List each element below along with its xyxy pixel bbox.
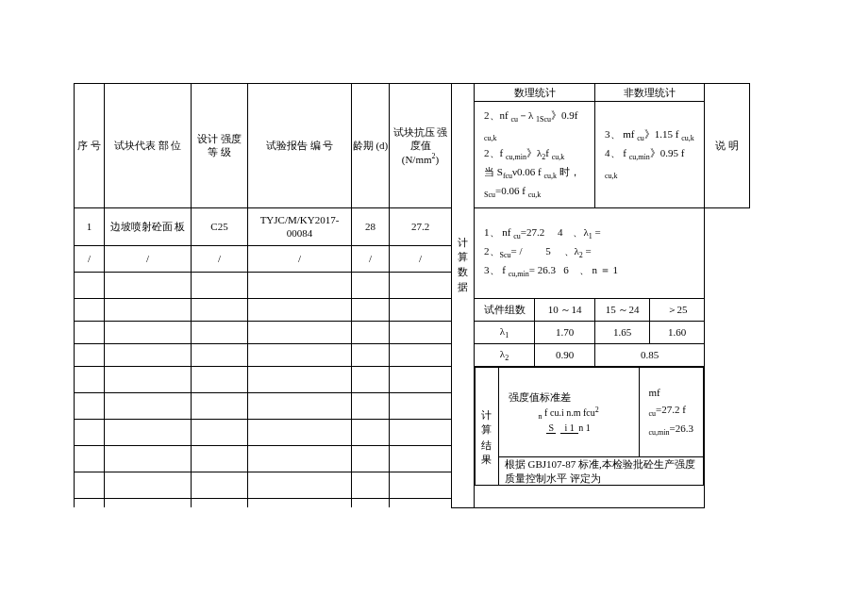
result-left: 强度值标准差 n f cu.i n.m fcu2 S i 1 n 1 [498,367,639,456]
cell-part-1: 边坡喷射砼面 板 [105,207,192,245]
result-right: mf cu=27.2 f cu,min=26.3 [639,367,703,456]
coef-r1c: 1.60 [650,321,705,343]
cell-part-2: / [105,245,192,272]
coef-r1b: 1.65 [595,321,650,343]
cell-report-1: TYJC/M/KY2017-00084 [248,207,352,245]
result-label: 计 算 结 果 [480,401,493,448]
cell-seq-1: 1 [75,207,105,245]
cell-seq-2: / [75,245,105,272]
cell-strength-1: 27.2 [390,207,452,245]
coef-h1: 试件组数 [475,298,535,321]
cell-design-2: / [192,245,248,272]
coef-r1l: λ1 [475,321,535,343]
coef-r2a: 0.90 [535,343,595,366]
cell-age-2: / [352,245,390,272]
footer-note: 根据 GBJ107-87 标准,本检验批砼生产强度质量控制水平 评定为 [498,457,703,486]
calc-data-label: 计 算 数 据 [453,228,472,281]
col-part: 试块代表 部 位 [105,84,192,208]
coef-r1a: 1.70 [535,321,595,343]
math-formula: 2、nf cu－λ 1Scu》0.9f cu,k 2、f cu,min》λ2f … [475,102,595,208]
col-note: 说 明 [705,84,750,208]
coef-h4: ＞25 [650,298,705,321]
col-age: 龄期 (d) [352,84,390,208]
col-design: 设计 强度 等 级 [192,84,248,208]
col-strength: 试块抗压 强 度值 (N/mm2) [390,84,452,208]
col-nonstat: 非数理统计 [595,84,705,102]
cell-strength-2: / [390,245,452,272]
cell-age-1: 28 [352,207,390,245]
calc-data-block: 1、 nf cu=27.2 4 、λ1 = 2、Scu= / 5 、λ2 = 3… [475,207,705,298]
coef-h2: 10 ～14 [535,298,595,321]
nonmath-formula: 3、 mf cu》1.15 f cu,k 4、 f cu,min》0.95 f … [595,102,705,208]
col-report: 试验报告 编 号 [248,84,352,208]
coef-r2b: 0.85 [595,343,705,366]
cell-report-2: / [248,245,352,272]
col-mathstat: 数理统计 [475,84,595,102]
cell-design-1: C25 [192,207,248,245]
col-seq: 序 号 [75,84,105,208]
coef-r2l: λ2 [475,343,535,366]
coef-h3: 15 ～24 [595,298,650,321]
